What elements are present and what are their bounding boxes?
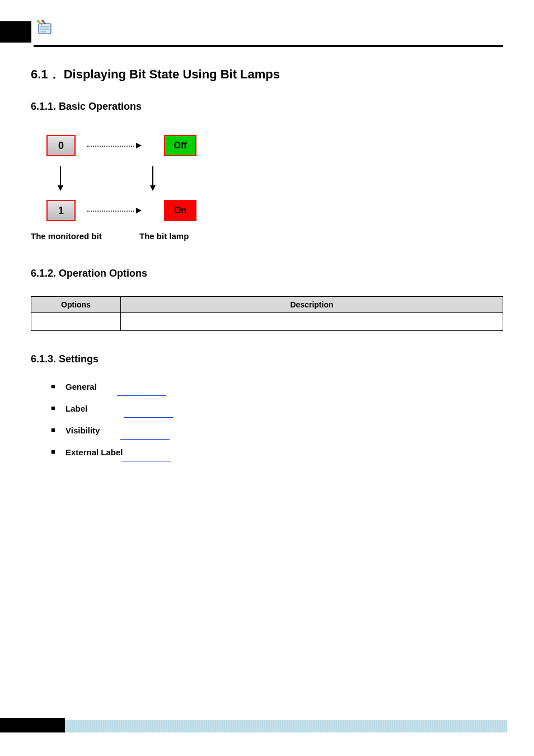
svg-rect-3 — [40, 31, 46, 32]
subsection-2-number: 6.1.2. — [31, 268, 56, 279]
header-rule — [34, 45, 503, 47]
header-accent-block — [0, 21, 31, 43]
caption-bit-lamp: The bit lamp — [139, 231, 189, 241]
arrow-right-icon — [87, 146, 142, 146]
link-placeholder[interactable] — [117, 395, 166, 396]
list-item: External Label — [51, 447, 503, 461]
caption-monitored-bit: The monitored bit — [31, 231, 126, 241]
subsection-3-title: Settings — [59, 353, 99, 365]
bit-lamp-diagram: 0 Off 1 On The monitored bit The bit lam… — [31, 135, 204, 241]
diagram-captions: The monitored bit The bit lamp — [31, 231, 204, 241]
subsection-1-heading: 6.1.1. Basic Operations — [31, 101, 503, 113]
table-cell-options-empty — [31, 313, 121, 331]
document-tool-icon — [37, 20, 53, 36]
subsection-2-title: Operation Options — [59, 268, 147, 279]
list-item: Visibility — [51, 426, 503, 440]
setting-external-label-label: External Label — [65, 447, 123, 457]
page-content: 6.1． Displaying Bit State Using Bit Lamp… — [31, 62, 503, 469]
setting-label-label: Label — [65, 404, 87, 413]
diagram-row-on: 1 On — [31, 200, 204, 221]
subsection-2-heading: 6.1.2. Operation Options — [31, 268, 503, 279]
setting-general-label: General — [65, 382, 97, 391]
subsection-1-number: 6.1.1. — [31, 101, 56, 112]
arrow-right-icon — [87, 211, 142, 211]
link-placeholder[interactable] — [121, 460, 171, 461]
subsection-1-title: Basic Operations — [59, 101, 142, 112]
footer-bar — [0, 720, 507, 732]
table-row — [31, 313, 503, 331]
arrow-down-icon — [60, 166, 61, 190]
bit-lamp-off: Off — [164, 135, 196, 156]
section-heading: 6.1． Displaying Bit State Using Bit Lamp… — [31, 66, 503, 83]
subsection-3-heading: 6.1.3. Settings — [31, 353, 503, 365]
svg-rect-2 — [40, 29, 49, 30]
link-placeholder[interactable] — [124, 417, 173, 418]
subsection-3-number: 6.1.3. — [31, 353, 56, 365]
bit-lamp-on: On — [164, 200, 196, 221]
monitored-bit-off: 0 — [46, 135, 76, 156]
link-placeholder[interactable] — [120, 438, 170, 440]
section-title-text: Displaying Bit State Using Bit Lamps — [64, 67, 280, 81]
svg-rect-1 — [40, 26, 49, 27]
col-header-description: Description — [121, 297, 503, 313]
list-item: General — [51, 382, 503, 396]
footer-accent-block — [0, 718, 65, 732]
table-header-row: Options Description — [31, 297, 503, 313]
diagram-row-off: 0 Off — [31, 135, 204, 156]
settings-list: General Label Visibility External Label — [31, 382, 503, 461]
arrow-down-icon — [152, 166, 153, 190]
options-table: Options Description — [31, 296, 503, 331]
setting-visibility-label: Visibility — [65, 426, 100, 435]
section-number: 6.1 — [31, 67, 48, 81]
col-header-options: Options — [31, 297, 121, 313]
monitored-bit-on: 1 — [46, 200, 76, 221]
list-item: Label — [51, 404, 503, 418]
page-root: 6.1． Displaying Bit State Using Bit Lamp… — [0, 0, 534, 756]
table-cell-description-empty — [121, 313, 503, 331]
svg-point-5 — [37, 20, 39, 22]
